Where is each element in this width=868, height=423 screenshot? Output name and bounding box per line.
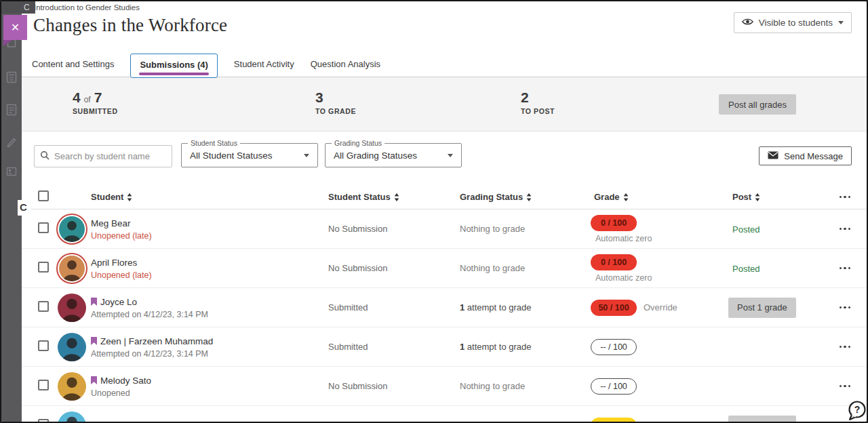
post-grade-button[interactable]: Post 1 grade: [728, 298, 796, 318]
submitted-count: 4: [73, 89, 81, 105]
visibility-dropdown-button[interactable]: Visible to students: [734, 12, 852, 33]
search-icon: [40, 150, 50, 163]
sort-icon: [394, 193, 399, 201]
column-header-post[interactable]: Post: [728, 192, 837, 202]
submission-stats-band: 4of7 SUBMITTED 3 TO GRADE 2 TO POST Post…: [22, 77, 867, 132]
row-menu-button[interactable]: [837, 267, 852, 270]
student-name[interactable]: Joyce Lo: [100, 297, 137, 307]
tab-question-analysis[interactable]: Question Analysis: [311, 52, 380, 69]
student-name[interactable]: April Flores: [91, 258, 137, 268]
grading-status-cell: Nothing to grade: [460, 224, 591, 234]
column-header-student[interactable]: Student: [91, 192, 328, 202]
avatar: [58, 294, 86, 322]
id-card-icon[interactable]: [6, 166, 17, 180]
chevron-down-icon: [838, 21, 844, 24]
panel-close-button[interactable]: ✕: [3, 15, 27, 40]
gradebook-icon[interactable]: [6, 104, 17, 119]
column-header-grading-status[interactable]: Grading Status: [460, 192, 591, 202]
student-name[interactable]: Meg Bear: [91, 218, 131, 228]
grade-pill[interactable]: 50 / 100: [591, 300, 637, 316]
grade-pill[interactable]: -- / 100: [591, 339, 637, 355]
submissions-panel: Introduction to Gender Studies Changes i…: [22, 1, 867, 422]
post-all-grades-button[interactable]: Post all grades: [719, 94, 796, 115]
filter-toolbar: Student Status All Student Statuses Grad…: [22, 143, 867, 167]
grade-pill[interactable]: -- / 100: [591, 378, 637, 395]
student-name[interactable]: Arden Tuomala: [91, 421, 153, 423]
avatar: [59, 256, 85, 281]
submission-subtext: Unopened (late): [91, 270, 328, 280]
calculator-icon[interactable]: [6, 71, 17, 86]
app-window: C C ✕ Introduction to Gender Studies Cha…: [0, 0, 868, 423]
submitted-total: 7: [94, 89, 102, 105]
posted-status: Posted: [728, 224, 760, 235]
student-name[interactable]: Zeen | Farzeen Muhammad: [100, 336, 213, 346]
student-status-dropdown-value: All Student Statuses: [190, 150, 304, 161]
table-row: Meg Bear Unopened (late) No Submission N…: [22, 209, 867, 249]
grade-note: Automatic zero: [591, 234, 728, 243]
row-checkbox[interactable]: [38, 262, 49, 273]
sort-icon: [623, 193, 629, 201]
visibility-label: Visible to students: [759, 18, 833, 28]
grade-pill[interactable]: 70 / 100: [591, 418, 637, 423]
table-options-menu-button[interactable]: [837, 196, 852, 199]
student-status-cell: No Submission: [328, 263, 460, 273]
tab-content-and-settings[interactable]: Content and Settings: [32, 52, 114, 69]
tab-submissions[interactable]: Submissions (4): [130, 54, 217, 78]
grade-pill[interactable]: 0 / 100: [591, 254, 637, 270]
row-menu-button[interactable]: [837, 228, 852, 230]
row-checkbox[interactable]: [38, 419, 49, 423]
sort-icon: [755, 193, 760, 201]
search-input[interactable]: [54, 151, 166, 161]
row-checkbox[interactable]: [38, 380, 49, 390]
row-checkbox[interactable]: [38, 222, 49, 233]
student-status-cell: Submitted: [328, 302, 460, 313]
row-menu-button[interactable]: [837, 306, 852, 309]
grade-pill[interactable]: 0 / 100: [591, 215, 637, 231]
sort-icon: [526, 193, 532, 201]
grading-status-dropdown[interactable]: Grading Status All Grading Statuses: [325, 143, 462, 167]
close-icon: ✕: [11, 21, 20, 34]
stat-label-to-post: TO POST: [521, 107, 555, 115]
row-checkbox[interactable]: [38, 301, 49, 312]
envelope-icon: [768, 151, 778, 161]
table-row: Melody Sato Unopened No Submission Nothi…: [22, 367, 867, 406]
row-menu-button[interactable]: [837, 385, 852, 388]
send-message-button[interactable]: Send Message: [759, 146, 852, 165]
sort-icon: [127, 193, 132, 201]
student-status-cell: Submitted: [328, 342, 460, 352]
breadcrumb[interactable]: Introduction to Gender Studies: [34, 3, 140, 12]
avatar: [58, 411, 86, 423]
grade-note: Automatic zero: [591, 273, 728, 283]
grading-status-cell: Nothing to grade: [460, 420, 591, 423]
background-page-fragment-bottom: C: [18, 200, 31, 216]
posted-status: Posted: [728, 264, 760, 274]
stat-label-to-grade: TO GRADE: [315, 107, 356, 115]
bookmark-icon: [91, 337, 97, 345]
column-header-student-status[interactable]: Student Status: [328, 192, 460, 202]
to-post-count: 2: [521, 89, 529, 105]
select-all-checkbox[interactable]: [38, 190, 49, 201]
panel-header: Introduction to Gender Studies Changes i…: [22, 1, 867, 52]
avatar: [58, 372, 86, 401]
page-title: Changes in the Workforce: [33, 15, 227, 36]
row-checkbox[interactable]: [38, 340, 49, 351]
tab-student-activity[interactable]: Student Activity: [234, 52, 294, 69]
stat-submitted: 4of7 SUBMITTED: [73, 89, 118, 115]
pencil-icon[interactable]: [6, 136, 17, 150]
student-status-cell: Submitted: [328, 420, 460, 423]
submission-subtext: Unopened (late): [91, 231, 328, 241]
question-mark-glyph: ?: [854, 404, 861, 415]
send-message-label: Send Message: [784, 151, 843, 161]
help-button[interactable]: ?: [847, 400, 867, 423]
bookmark-icon: [91, 298, 97, 306]
student-name[interactable]: Melody Sato: [100, 376, 151, 386]
bookmark-icon: [91, 376, 97, 384]
column-header-grade[interactable]: Grade: [591, 192, 728, 202]
post-grade-button[interactable]: Post 1 grade: [728, 416, 796, 423]
chevron-down-icon: [304, 154, 309, 157]
row-menu-button[interactable]: [837, 346, 852, 348]
tab-bar: Content and Settings Submissions (4) Stu…: [22, 52, 867, 77]
submission-subtext: Attempted on 4/12/23, 3:14 PM: [91, 349, 328, 359]
background-page-fragment-top: C: [1, 1, 35, 14]
student-status-dropdown[interactable]: Student Status All Student Statuses: [181, 143, 318, 167]
